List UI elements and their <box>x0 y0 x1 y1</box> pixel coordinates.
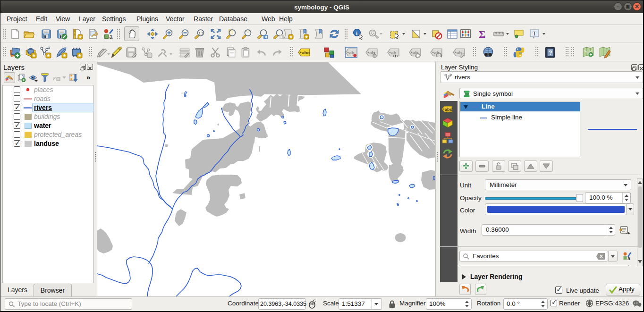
svg-text:ab: ab <box>349 50 354 55</box>
svg-text:?: ? <box>549 49 552 56</box>
svg-text:Σ: Σ <box>479 28 485 40</box>
svg-text:a: a <box>627 256 630 261</box>
svg-text:a: a <box>110 34 113 40</box>
svg-text:abc: abc <box>445 107 452 112</box>
svg-text:1:1: 1:1 <box>199 31 203 35</box>
svg-text:ab: ab <box>391 50 396 55</box>
svg-text:T: T <box>533 30 536 37</box>
svg-text:i: i <box>356 30 357 36</box>
svg-text:abc: abc <box>302 50 310 55</box>
svg-text:ε: ε <box>53 74 56 82</box>
svg-text:ab: ab <box>457 50 462 55</box>
